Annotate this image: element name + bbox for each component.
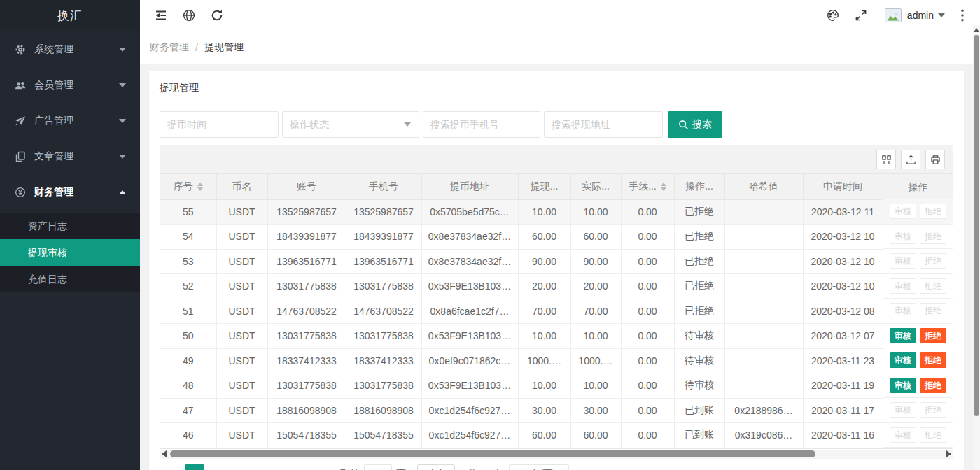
total-count: 共 55 条 (468, 468, 503, 470)
reject-button[interactable]: 拒绝 (920, 352, 946, 368)
content: 提现管理 搜索 (140, 64, 980, 470)
fullscreen-icon[interactable] (847, 0, 875, 31)
approve-button[interactable]: 审核 (890, 352, 916, 368)
address-search-input[interactable] (544, 111, 663, 138)
table-row: 55USDT13525987657135259876570x5705be5d75… (160, 199, 883, 225)
cell-id: 55 (160, 199, 216, 225)
table-row: 46USDT15054718355150547183550xc1d254f6c9… (160, 423, 883, 448)
sidebar-item-label: 文章管理 (34, 150, 119, 163)
page-size-select[interactable]: 10 条/页 (509, 464, 568, 470)
chevron-down-icon[interactable] (938, 13, 945, 17)
status-select[interactable] (282, 111, 419, 138)
language-globe-icon[interactable] (175, 0, 203, 31)
sidebar-subitem[interactable]: 提现审核 (0, 239, 140, 266)
approve-button[interactable]: 审核 (890, 253, 916, 269)
action-row: 审核拒绝 (883, 225, 953, 250)
page-number[interactable]: 1 (185, 464, 204, 470)
export-icon[interactable] (901, 150, 920, 169)
sidebar-item[interactable]: 会员管理 (0, 67, 140, 103)
cell-address: 0x53F9E13B103… (421, 274, 518, 299)
sort-icon[interactable] (197, 183, 203, 191)
column-header[interactable]: 序号 (160, 174, 216, 199)
cell-status: 已到账 (674, 423, 724, 448)
cell-coin: USDT (216, 423, 267, 448)
cell-actual: 90.00 (570, 249, 621, 274)
sidebar-item[interactable]: 财务管理 (0, 174, 140, 210)
avatar[interactable] (885, 8, 902, 22)
approve-button[interactable]: 审核 (890, 427, 916, 443)
sidebar-item[interactable]: 系统管理 (0, 31, 140, 67)
sidebar-item[interactable]: 广告管理 (0, 103, 140, 138)
column-header: 哈希值 (724, 174, 803, 199)
theme-palette-icon[interactable] (819, 0, 847, 31)
column-header: 账号 (267, 174, 346, 199)
refresh-icon[interactable] (203, 0, 231, 31)
cell-account: 15054718355 (267, 423, 346, 448)
breadcrumb-current: 提现管理 (204, 41, 244, 54)
sidebar-item[interactable]: 文章管理 (0, 138, 140, 174)
reject-button[interactable]: 拒绝 (920, 402, 946, 418)
horizontal-scrollbar[interactable] (160, 450, 953, 459)
chevron-down-icon (119, 119, 126, 123)
reject-button[interactable]: 拒绝 (920, 303, 946, 318)
reject-button[interactable]: 拒绝 (920, 427, 946, 443)
cell-fee: 0.00 (621, 324, 674, 349)
scrollbar-thumb[interactable] (170, 450, 816, 457)
cell-status: 待审核 (674, 324, 724, 349)
withdraw-time-input[interactable] (160, 111, 279, 138)
scrollbar-thumb[interactable] (974, 35, 979, 416)
page-next[interactable]: › (311, 464, 330, 470)
filter-columns-icon[interactable] (876, 150, 896, 169)
page-prev[interactable]: ‹ (160, 464, 179, 470)
cell-actual: 10.00 (570, 324, 621, 349)
sort-icon[interactable] (661, 183, 666, 191)
phone-search-input[interactable] (423, 111, 540, 138)
more-vertical-icon[interactable] (955, 0, 970, 31)
vertical-scrollbar[interactable] (973, 25, 980, 470)
cell-address: 0x8a6fcae1c2f7… (421, 299, 518, 324)
approve-button[interactable]: 审核 (890, 229, 916, 244)
sidebar-item-label: 广告管理 (34, 115, 119, 127)
sidebar-subitem[interactable]: 充值日志 (0, 266, 140, 292)
approve-button[interactable]: 审核 (890, 402, 916, 418)
collapse-menu-icon[interactable] (147, 0, 175, 31)
print-icon[interactable] (925, 150, 945, 169)
sidebar-item-label: 财务管理 (34, 186, 119, 199)
breadcrumb-parent[interactable]: 财务管理 (150, 41, 189, 54)
approve-button[interactable]: 审核 (890, 328, 916, 343)
username[interactable]: admin (907, 10, 934, 21)
chevron-down-icon (119, 83, 126, 87)
cell-account: 13031775838 (267, 373, 346, 399)
cell-fee: 0.00 (621, 199, 674, 225)
reject-button[interactable]: 拒绝 (920, 278, 946, 294)
reject-button[interactable]: 拒绝 (920, 253, 946, 269)
scroll-left-icon[interactable] (162, 450, 167, 457)
approve-button[interactable]: 审核 (890, 204, 916, 219)
cell-amount: 60.00 (518, 423, 570, 448)
column-header[interactable]: 手续... (621, 174, 674, 199)
search-button[interactable]: 搜索 (668, 111, 722, 138)
reject-button[interactable]: 拒绝 (920, 229, 946, 244)
confirm-button[interactable]: 确定 (417, 464, 455, 470)
scroll-right-icon[interactable] (946, 450, 951, 457)
scroll-up-icon[interactable] (974, 28, 979, 32)
reject-button[interactable]: 拒绝 (920, 328, 946, 343)
page-number[interactable]: 6 (286, 464, 305, 470)
cell-hash (724, 274, 803, 299)
sidebar-subitem[interactable]: 资产日志 (0, 213, 140, 239)
action-row: 审核拒绝 (883, 324, 953, 349)
reject-button[interactable]: 拒绝 (920, 378, 946, 393)
action-row: 审核拒绝 (883, 274, 953, 299)
page-number[interactable]: 2 (210, 464, 230, 470)
reject-button[interactable]: 拒绝 (920, 204, 946, 219)
status-select-input[interactable] (282, 111, 419, 138)
cell-amount: 90.00 (518, 249, 570, 274)
goto-page-input[interactable] (364, 464, 392, 470)
goto-label: 到第 (340, 468, 360, 470)
page-number[interactable]: 3 (235, 464, 255, 470)
approve-button[interactable]: 审核 (890, 303, 916, 318)
cell-time: 2020-03-11 17 (803, 398, 883, 423)
approve-button[interactable]: 审核 (890, 378, 916, 393)
approve-button[interactable]: 审核 (890, 278, 916, 294)
action-row: 审核拒绝 (883, 299, 953, 324)
